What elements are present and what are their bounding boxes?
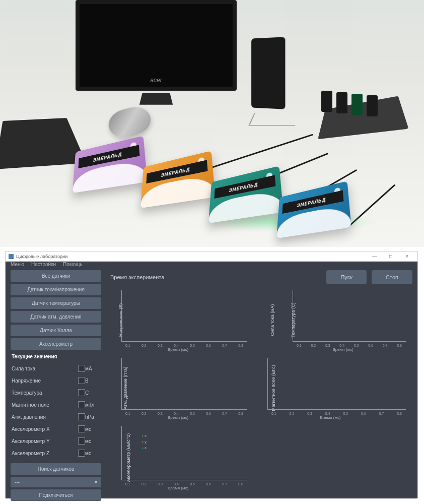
- reading-name: Напряжение: [12, 378, 78, 384]
- reading-value-box: [78, 401, 85, 408]
- menubar: Меню Настройки Помощь: [6, 262, 417, 267]
- sensor-btn-accelerometer[interactable]: Акселерометр: [11, 338, 101, 350]
- legend-z: z: [142, 446, 147, 450]
- usb-plug: [336, 92, 347, 113]
- reading-name: Акселерометр X: [12, 426, 78, 432]
- sensor-select-dropdown[interactable]: --- ▾: [11, 477, 101, 487]
- sensor-btn-pressure[interactable]: Датчик атм. давления: [11, 311, 101, 323]
- reading-row: Сила тока мА: [11, 363, 101, 373]
- chart-xlabel: Время (мс): [320, 415, 340, 420]
- menu-item-help[interactable]: Помощь: [63, 262, 83, 267]
- chart-xlabel: Время (мс): [168, 486, 188, 490]
- reading-unit: мс: [85, 451, 100, 456]
- reading-value-box: [78, 377, 85, 384]
- smartphone: [251, 37, 285, 109]
- reading-value-box: [78, 450, 85, 457]
- app-icon: [9, 254, 14, 259]
- monitor-brand: acer: [150, 77, 162, 84]
- reading-name: Акселерометр Y: [12, 438, 78, 444]
- legend-y: y: [142, 439, 147, 444]
- chart-xlabel: Время (мс): [168, 415, 188, 420]
- app-window: Цифровые лаборатории — □ × Меню Настройк…: [5, 251, 418, 498]
- chart-pressure: Атм. давление (гПа) 0.10.20.30.40.50.60.…: [106, 355, 250, 421]
- titlebar[interactable]: Цифровые лаборатории — □ ×: [6, 251, 417, 262]
- reading-value-box: [78, 437, 85, 445]
- usb-plug: [367, 95, 378, 116]
- chart-plot-area[interactable]: [121, 290, 247, 342]
- chart-plot-area[interactable]: [267, 358, 406, 410]
- sensor-btn-current-voltage[interactable]: Датчик тока/напряжения: [11, 284, 101, 295]
- experiment-time-label: Время эксперимента: [106, 274, 321, 280]
- minimize-button[interactable]: —: [367, 252, 382, 261]
- sensor-device-purple: ЭМЕРАЛЬД: [73, 136, 148, 193]
- reading-unit: hPa: [85, 414, 100, 420]
- chart-plot-area[interactable]: [293, 290, 406, 342]
- reading-unit: мТл: [85, 402, 100, 408]
- menu-item-settings[interactable]: Настройки: [31, 262, 56, 267]
- phone-stand: [248, 113, 295, 126]
- charts-grid: Напряжение (В) 0.10.20.30.40.50.60.70.8 …: [106, 287, 412, 504]
- chart-xticks: 0.10.20.30.40.50.60.70.8: [293, 344, 406, 347]
- chart-accelerometer: Акселерометр (мм/с^2) x y z 0.10.20.30.4…: [106, 423, 250, 491]
- reading-unit: мА: [85, 366, 100, 371]
- content: Все датчики Датчик тока/напряжения Датчи…: [6, 267, 417, 504]
- reading-row: Акселерометр Y мс: [11, 436, 101, 446]
- reading-row: Атм. давления hPa: [11, 412, 101, 422]
- chart-current: Сила тока (мА): [252, 287, 275, 353]
- app-body: Меню Настройки Помощь Все датчики Датчик…: [6, 262, 417, 498]
- stop-button[interactable]: Стоп: [372, 270, 412, 284]
- chart-xlabel: Время (мс): [168, 347, 188, 352]
- reading-name: Магнитное поле: [12, 402, 78, 408]
- reading-value-box: [78, 413, 85, 420]
- experiment-toolbar: Время эксперимента Пуск Стоп: [106, 270, 412, 284]
- reading-unit: мс: [85, 426, 100, 432]
- chart-xticks: 0.10.20.30.40.50.60.70.8: [121, 482, 247, 486]
- menu-item-menu[interactable]: Меню: [11, 262, 24, 267]
- reading-row: Акселерометр X мс: [11, 424, 101, 434]
- chart-plot-area[interactable]: [121, 358, 247, 410]
- reading-value-box: [78, 389, 85, 396]
- current-values-heading: Текущие значения: [11, 352, 101, 361]
- usb-plug: [321, 91, 332, 112]
- dropdown-value: ---: [15, 479, 20, 485]
- reading-name: Сила тока: [12, 366, 78, 371]
- reading-unit: С: [85, 390, 100, 396]
- monitor-stand: [139, 93, 173, 105]
- sensor-device-orange: ЭМЕРАЛЬД: [140, 151, 216, 208]
- reading-row: Напряжение В: [11, 375, 101, 386]
- chart-xticks: 0.10.20.30.40.50.60.70.8: [267, 412, 406, 415]
- chart-ylabel: Сила тока (мА): [270, 304, 275, 336]
- keyboard: [0, 118, 86, 169]
- mouse: [105, 103, 154, 141]
- maximize-button[interactable]: □: [383, 252, 398, 261]
- legend-x: x: [142, 433, 147, 438]
- reading-row: Температура С: [11, 388, 101, 398]
- sensor-btn-hall[interactable]: Датчик Холла: [11, 325, 101, 336]
- reading-unit: В: [85, 378, 100, 384]
- window-title: Цифровые лаборатории: [16, 254, 367, 259]
- reading-value-box: [78, 365, 85, 372]
- chart-xticks: 0.10.20.30.40.50.60.70.8: [121, 412, 247, 415]
- reading-value-box: [78, 425, 85, 432]
- reading-unit: мс: [85, 438, 100, 444]
- product-photo: acer ЭМЕРАЛЬД ЭМЕРАЛЬД ЭМЕРАЛЬД ЭМЕРАЛЬД: [0, 0, 424, 247]
- chevron-down-icon: ▾: [95, 479, 97, 485]
- reading-row: Магнитное поле мТл: [11, 400, 101, 410]
- search-sensors-button[interactable]: Поиск датчиков: [11, 463, 101, 475]
- chart-xlabel: Время (мс): [332, 347, 353, 352]
- chart-magnetic: Магнитное поле (мГс) 0.10.20.30.40.50.60…: [252, 355, 408, 421]
- reading-row: Акселерометр Z мс: [11, 448, 101, 458]
- sensor-btn-temperature[interactable]: Датчик температуры: [11, 297, 101, 309]
- chart-temperature: Температура (С) 0.10.20.30.40.50.60.70.8…: [277, 287, 408, 353]
- chart-legend: x y z: [142, 433, 147, 450]
- connect-button[interactable]: Подключиться: [11, 489, 101, 501]
- chart-voltage: Напряжение (В) 0.10.20.30.40.50.60.70.8 …: [106, 287, 250, 353]
- main-panel: Время эксперимента Пуск Стоп Напряжение …: [106, 270, 412, 504]
- usb-plug: [351, 94, 363, 115]
- sensor-btn-all[interactable]: Все датчики: [11, 270, 101, 282]
- chart-plot-area[interactable]: x y z: [121, 426, 247, 480]
- reading-name: Атм. давления: [12, 414, 78, 420]
- close-button[interactable]: ×: [399, 252, 414, 261]
- start-button[interactable]: Пуск: [326, 270, 367, 284]
- chart-xticks: 0.10.20.30.40.50.60.70.8: [121, 344, 247, 347]
